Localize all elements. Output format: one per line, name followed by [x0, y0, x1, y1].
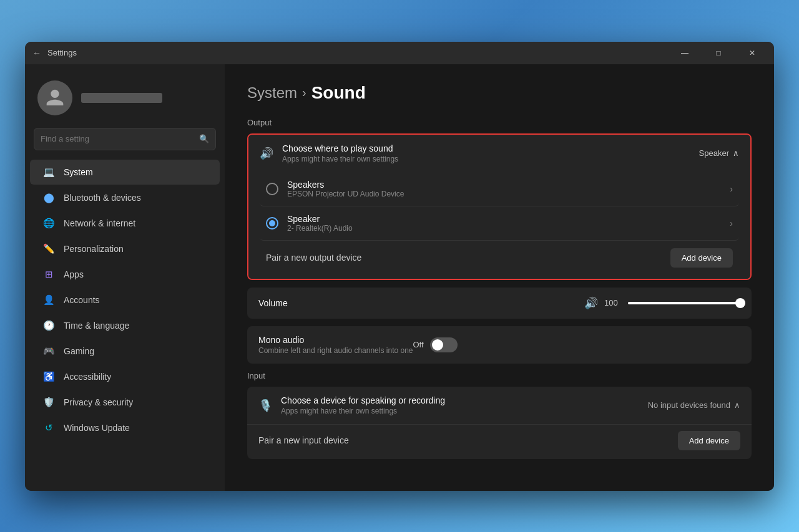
- windows_update-icon: ↺: [42, 422, 55, 434]
- volume-fill: [628, 302, 740, 304]
- sidebar-item-personalization[interactable]: ✏️ Personalization: [30, 236, 220, 261]
- back-button[interactable]: ←: [32, 48, 41, 58]
- mono-audio-label: Mono audio: [258, 335, 413, 345]
- mono-toggle-row: Off: [413, 337, 458, 352]
- output-card-value: Speaker ∧: [699, 148, 739, 158]
- sidebar-item-privacy[interactable]: 🛡️ Privacy & security: [30, 390, 220, 415]
- mono-toggle-state: Off: [413, 340, 424, 349]
- person-icon: [45, 88, 65, 108]
- input-card-title: Choose a device for speaking or recordin…: [281, 395, 648, 405]
- sidebar-item-label-network: Network & internet: [64, 218, 135, 228]
- volume-label: Volume: [258, 298, 584, 308]
- pair-output-row: Pair a new output device Add device: [260, 241, 739, 270]
- volume-slider[interactable]: [628, 302, 740, 304]
- mono-audio-toggle[interactable]: [430, 337, 458, 352]
- output-card-header[interactable]: 🔊 Choose where to play sound Apps might …: [248, 135, 750, 172]
- mono-audio-sublabel: Combine left and right audio channels in…: [258, 346, 413, 355]
- user-section: [25, 74, 225, 128]
- device-name-speakers: Speakers: [287, 180, 730, 190]
- volume-card: Volume 🔊 100: [247, 288, 752, 319]
- gaming-icon: 🎮: [42, 345, 55, 357]
- maximize-button[interactable]: □: [704, 42, 733, 64]
- volume-icon: 🔊: [584, 296, 598, 310]
- breadcrumb-parent: System: [247, 84, 297, 102]
- sidebar-item-apps[interactable]: ⊞ Apps: [30, 262, 220, 287]
- titlebar: ← Settings — □ ✕: [25, 42, 774, 64]
- volume-thumb: [735, 298, 745, 308]
- apps-icon: ⊞: [42, 268, 55, 281]
- radio-speakers: [266, 183, 278, 195]
- sidebar: 🔍 💻 System ⬤ Bluetooth & devices 🌐 Netwo…: [25, 64, 225, 491]
- speaker-icon: 🔊: [260, 147, 273, 160]
- mono-audio-card: Mono audio Combine left and right audio …: [247, 326, 752, 364]
- output-card-subtitle: Apps might have their own settings: [282, 155, 699, 163]
- sidebar-item-gaming[interactable]: 🎮 Gaming: [30, 339, 220, 364]
- sidebar-item-network[interactable]: 🌐 Network & internet: [30, 211, 220, 236]
- search-input[interactable]: [41, 134, 199, 143]
- breadcrumb-current: Sound: [311, 83, 366, 103]
- output-card-body: Speakers EPSON Projector UD Audio Device…: [248, 172, 750, 279]
- sidebar-item-time[interactable]: 🕐 Time & language: [30, 313, 220, 338]
- sidebar-item-system[interactable]: 💻 System: [30, 160, 220, 185]
- pair-input-row: Pair a new input device Add device: [247, 424, 752, 459]
- time-icon: 🕐: [42, 319, 55, 332]
- input-card-subtitle: Apps might have their own settings: [281, 407, 648, 415]
- radio-inner-speaker: [269, 220, 275, 226]
- device-name-speaker: Speaker: [287, 214, 730, 224]
- search-box[interactable]: 🔍: [34, 128, 216, 150]
- sidebar-item-label-accessibility: Accessibility: [64, 372, 111, 382]
- output-section-label: Output: [247, 118, 752, 127]
- privacy-icon: 🛡️: [42, 396, 55, 409]
- device-option-speakers[interactable]: Speakers EPSON Projector UD Audio Device…: [260, 172, 739, 206]
- breadcrumb-separator: ›: [302, 85, 306, 100]
- sidebar-item-windows_update[interactable]: ↺ Windows Update: [30, 415, 220, 440]
- sidebar-item-accessibility[interactable]: ♿ Accessibility: [30, 364, 220, 389]
- pair-output-label: Pair a new output device: [266, 253, 361, 263]
- close-button[interactable]: ✕: [738, 42, 767, 64]
- device-sub-speakers: EPSON Projector UD Audio Device: [287, 190, 730, 198]
- add-input-device-button[interactable]: Add device: [678, 431, 740, 450]
- sidebar-item-label-system: System: [64, 167, 93, 177]
- sidebar-item-accounts[interactable]: 👤 Accounts: [30, 288, 220, 312]
- radio-speaker: [266, 217, 278, 230]
- pair-input-label: Pair a new input device: [258, 435, 349, 445]
- toggle-knob: [432, 339, 443, 351]
- search-icon: 🔍: [199, 134, 209, 143]
- add-output-device-button[interactable]: Add device: [670, 248, 733, 268]
- minimize-button[interactable]: —: [670, 42, 699, 64]
- sidebar-item-label-privacy: Privacy & security: [64, 397, 133, 407]
- device-option-speaker[interactable]: Speaker 2- Realtek(R) Audio ›: [260, 206, 739, 241]
- app-title: Settings: [47, 48, 670, 57]
- content-area: System › Sound Output 🔊 Choose where to …: [225, 64, 774, 491]
- bluetooth-icon: ⬤: [42, 191, 55, 204]
- sidebar-item-label-apps: Apps: [64, 269, 84, 279]
- sidebar-item-label-bluetooth: Bluetooth & devices: [64, 193, 141, 203]
- sidebar-item-label-accounts: Accounts: [64, 295, 100, 305]
- avatar: [37, 80, 72, 115]
- settings-window: ← Settings — □ ✕ 🔍: [25, 42, 774, 491]
- accessibility-icon: ♿: [42, 370, 55, 383]
- sidebar-item-bluetooth[interactable]: ⬤ Bluetooth & devices: [30, 185, 220, 210]
- username-bar: [81, 93, 162, 103]
- chevron-right-icon-speakers: ›: [730, 184, 733, 194]
- nav-list: 💻 System ⬤ Bluetooth & devices 🌐 Network…: [25, 159, 225, 441]
- volume-controls: 🔊 100: [584, 296, 740, 310]
- input-card-header[interactable]: 🎙️ Choose a device for speaking or recor…: [247, 387, 752, 424]
- output-card: 🔊 Choose where to play sound Apps might …: [247, 133, 752, 280]
- window-controls: — □ ✕: [670, 42, 767, 64]
- device-sub-speaker: 2- Realtek(R) Audio: [287, 224, 730, 233]
- input-section-label: Input: [247, 371, 752, 380]
- system-icon: 💻: [42, 166, 55, 178]
- sidebar-item-label-windows_update: Windows Update: [64, 423, 130, 433]
- personalization-icon: ✏️: [42, 243, 55, 255]
- output-card-title: Choose where to play sound: [282, 143, 699, 153]
- breadcrumb: System › Sound: [247, 83, 752, 103]
- input-expand-icon: ∧: [734, 400, 740, 410]
- chevron-right-icon-speaker: ›: [730, 218, 733, 228]
- sidebar-item-label-gaming: Gaming: [64, 346, 94, 356]
- accounts-icon: 👤: [42, 294, 55, 306]
- sidebar-item-label-time: Time & language: [64, 321, 129, 331]
- sidebar-item-label-personalization: Personalization: [64, 244, 124, 254]
- microphone-icon: 🎙️: [258, 399, 272, 412]
- input-card: 🎙️ Choose a device for speaking or recor…: [247, 387, 752, 459]
